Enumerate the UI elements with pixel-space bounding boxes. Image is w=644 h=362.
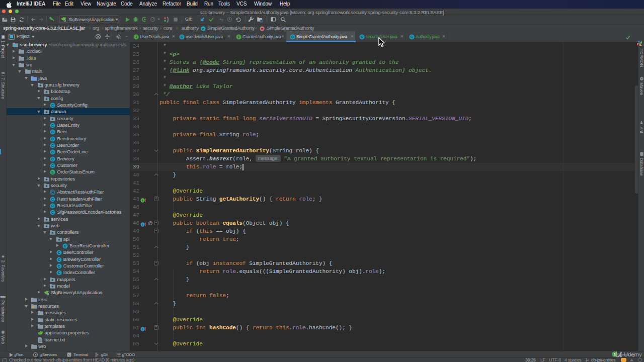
svg-text:C: C <box>51 198 54 201</box>
svg-text:C: C <box>51 151 54 154</box>
svg-text:C: C <box>51 191 54 195</box>
svg-text:C: C <box>51 211 54 215</box>
svg-text:C: C <box>411 35 413 39</box>
svg-text:C: C <box>51 124 54 127</box>
svg-text:C: C <box>51 157 54 161</box>
svg-text:C: C <box>291 35 294 39</box>
svg-text:C: C <box>51 144 54 147</box>
svg-text:C: C <box>361 35 363 39</box>
svg-text:m: m <box>261 27 264 30</box>
svg-text:C: C <box>51 164 54 167</box>
svg-text:I: I <box>238 35 239 39</box>
svg-text:C: C <box>51 137 54 141</box>
svg-text:C: C <box>58 251 60 254</box>
svg-text:C: C <box>64 244 66 248</box>
svg-text:E: E <box>52 171 54 174</box>
svg-text:C: C <box>181 35 183 39</box>
svg-text:m: m <box>640 77 642 80</box>
svg-text:C: C <box>51 204 54 208</box>
svg-text:C: C <box>51 131 54 134</box>
svg-text:C: C <box>58 271 60 275</box>
svg-text:C: C <box>51 104 54 107</box>
svg-text:C: C <box>202 27 205 30</box>
svg-text:C: C <box>58 264 60 268</box>
svg-text:C: C <box>58 258 60 261</box>
svg-text:I: I <box>136 35 137 39</box>
